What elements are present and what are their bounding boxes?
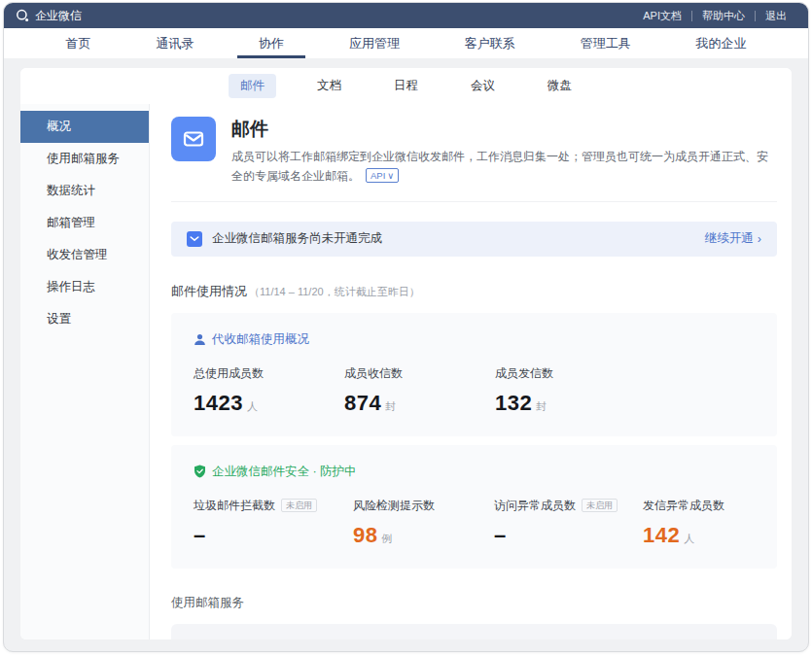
stat-number: 874 (344, 391, 381, 415)
sidebar-item-use-mail-service[interactable]: 使用邮箱服务 (20, 143, 149, 175)
stat-number: 132 (495, 391, 532, 415)
content-area: 邮件 成员可以将工作邮箱绑定到企业微信收发邮件，工作消息归集一处；管理员也可统一… (150, 104, 792, 639)
service-section-heading: 使用邮箱服务 (171, 595, 777, 611)
api-dropdown-button[interactable]: API∨ (366, 168, 399, 184)
stat-value: – (494, 523, 643, 548)
nav-item-customers[interactable]: 客户联系 (440, 28, 541, 58)
sidebar-item-data-statistics[interactable]: 数据统计 (20, 175, 149, 207)
sidebar-item-settings[interactable]: 设置 (20, 303, 149, 335)
nav-item-home[interactable]: 首页 (40, 28, 116, 58)
sidebar-item-overview[interactable]: 概况 (20, 111, 149, 143)
stat-label: 风险检测提示数 (353, 498, 494, 514)
service-section-title: 使用邮箱服务 (171, 596, 244, 609)
domain-service-row: 企业域名 tangyun.com 开通中 继续开通 ··· (171, 624, 777, 639)
header-divider (171, 201, 777, 202)
stat-mails-received: 成员收信数 874封 (344, 365, 495, 416)
stat-number: – (494, 523, 507, 547)
api-label: API (371, 171, 385, 181)
usage-date-range: （11/14 – 11/20，统计截止至昨日） (249, 286, 420, 297)
mail-security-card-header: 企业微信邮件安全 · 防护中 (194, 464, 755, 480)
mail-badge-icon (187, 231, 202, 247)
panel-body: 概况 使用邮箱服务 数据统计 邮箱管理 收发信管理 操作日志 设置 邮件 成员可… (20, 104, 792, 639)
sidebar: 概况 使用邮箱服务 数据统计 邮箱管理 收发信管理 操作日志 设置 (20, 104, 150, 639)
stat-label: 访问异常成员数 (494, 498, 576, 514)
proxy-usage-card-header[interactable]: 代收邮箱使用概况 (194, 331, 755, 348)
stat-label-row: 垃圾邮件拦截数未启用 (194, 498, 353, 514)
stat-risk-alerts: 风险检测提示数 98例 (353, 498, 494, 548)
proxy-usage-stats: 总使用成员数 1423人 成员收信数 874封 成员发信数 132封 (194, 365, 755, 416)
stat-unit: 封 (536, 400, 547, 412)
continue-setup-label: 继续开通 (705, 230, 754, 247)
topbar-link-api-docs[interactable]: API文档 (633, 9, 691, 23)
usage-section-title: 邮件使用情况 (171, 284, 247, 298)
stat-unit: 人 (247, 400, 258, 412)
disabled-badge: 未启用 (281, 499, 317, 513)
chevron-down-icon: ∨ (387, 171, 394, 181)
chevron-right-icon: › (758, 232, 761, 246)
collaboration-subtabs: 邮件 文档 日程 会议 微盘 (20, 68, 792, 104)
sidebar-item-operation-log[interactable]: 操作日志 (20, 271, 149, 303)
stat-mails-sent: 成员发信数 132封 (495, 365, 553, 416)
main-nav: 首页 通讯录 协作 应用管理 客户联系 管理工具 我的企业 (4, 28, 808, 58)
stat-value: 874封 (344, 391, 495, 416)
app-window: 企业微信 API文档 帮助中心 退出 首页 通讯录 协作 应用管理 客户联系 管… (3, 2, 809, 652)
stat-value: 132封 (495, 391, 553, 416)
brand-name: 企业微信 (35, 8, 82, 24)
description-text: 成员可以将工作邮箱绑定到企业微信收发邮件，工作消息归集一处；管理员也可统一为成员… (231, 150, 768, 183)
stat-spam-blocked: 垃圾邮件拦截数未启用 – (194, 498, 353, 548)
mail-security-stats: 垃圾邮件拦截数未启用 – 风险检测提示数 98例 访问异常成员数未启用 – (194, 498, 755, 548)
proxy-mailbox-usage-card: 代收邮箱使用概况 总使用成员数 1423人 成员收信数 874封 成员发信数 (171, 313, 777, 436)
main-panel: 邮件 文档 日程 会议 微盘 概况 使用邮箱服务 数据统计 邮箱管理 收发信管理… (20, 68, 792, 639)
proxy-usage-card-title: 代收邮箱使用概况 (212, 331, 309, 348)
stat-label-row: 访问异常成员数未启用 (494, 498, 643, 514)
app-header: 邮件 成员可以将工作邮箱绑定到企业微信收发邮件，工作消息归集一处；管理员也可统一… (171, 117, 777, 187)
mail-app-icon (171, 117, 216, 161)
brand-logo: 企业微信 (16, 8, 82, 24)
subtab-docs[interactable]: 文档 (305, 74, 353, 98)
nav-item-contacts[interactable]: 通讯录 (130, 28, 219, 58)
stat-unit: 例 (381, 533, 392, 544)
setup-notice-bar: 企业微信邮箱服务尚未开通完成 继续开通› (171, 222, 777, 257)
page-title: 邮件 (231, 117, 777, 142)
app-header-text: 邮件 成员可以将工作邮箱绑定到企业微信收发邮件，工作消息归集一处；管理员也可统一… (231, 117, 777, 187)
subtab-meeting[interactable]: 会议 (459, 74, 507, 98)
continue-setup-link[interactable]: 继续开通› (705, 230, 761, 247)
stat-label: 垃圾邮件拦截数 (194, 498, 275, 514)
nav-item-my-company[interactable]: 我的企业 (670, 28, 771, 58)
chat-bubble-icon (16, 9, 29, 22)
notice-text: 企业微信邮箱服务尚未开通完成 (212, 230, 382, 247)
sidebar-item-mailbox-management[interactable]: 邮箱管理 (20, 207, 149, 239)
nav-item-collaboration[interactable]: 协作 (233, 28, 309, 58)
sidebar-item-send-receive-management[interactable]: 收发信管理 (20, 239, 149, 271)
stat-unit: 封 (385, 400, 396, 412)
mail-security-card-title: 企业微信邮件安全 · 防护中 (212, 464, 357, 480)
topbar: 企业微信 API文档 帮助中心 退出 (4, 3, 808, 28)
stat-total-members: 总使用成员数 1423人 (194, 365, 344, 416)
shield-icon (194, 465, 206, 478)
nav-item-admin-tools[interactable]: 管理工具 (555, 28, 656, 58)
stat-number: 98 (353, 523, 377, 547)
disabled-badge: 未启用 (582, 499, 618, 513)
subtab-mail[interactable]: 邮件 (229, 74, 276, 98)
topbar-link-logout[interactable]: 退出 (756, 9, 796, 23)
stat-label: 成员收信数 (344, 365, 495, 382)
stat-label: 发信异常成员数 (643, 498, 724, 514)
subtab-schedule[interactable]: 日程 (382, 74, 430, 98)
stat-abnormal-sending-members: 发信异常成员数 142人 (643, 498, 724, 548)
stat-value: 142人 (643, 523, 724, 548)
stat-value: – (194, 523, 353, 548)
subtab-drive[interactable]: 微盘 (536, 74, 583, 98)
person-icon (194, 333, 206, 346)
stat-value: 98例 (353, 523, 494, 548)
nav-item-apps[interactable]: 应用管理 (324, 28, 425, 58)
stat-value: 1423人 (194, 391, 344, 416)
stat-number: 1423 (194, 391, 243, 415)
stat-unit: 人 (684, 533, 694, 544)
mail-security-card: 企业微信邮件安全 · 防护中 垃圾邮件拦截数未启用 – 风险检测提示数 98例 … (171, 445, 777, 569)
stat-label: 成员发信数 (495, 365, 553, 382)
page-description: 成员可以将工作邮箱绑定到企业微信收发邮件，工作消息归集一处；管理员也可统一为成员… (231, 148, 777, 187)
usage-section-heading: 邮件使用情况（11/14 – 11/20，统计截止至昨日） (171, 283, 777, 300)
stat-label: 总使用成员数 (194, 365, 344, 382)
topbar-link-help-center[interactable]: 帮助中心 (692, 9, 755, 23)
stat-number: – (194, 523, 206, 547)
